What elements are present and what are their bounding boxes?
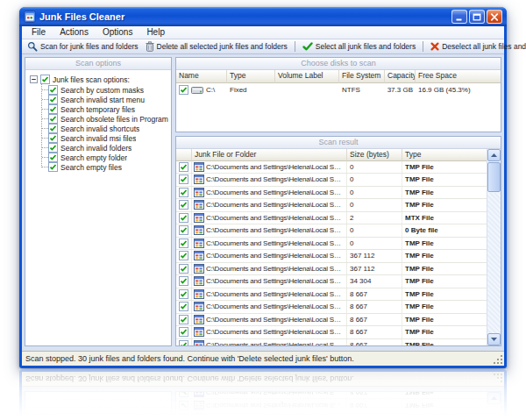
window-reflection: Junk Files Cleaner File Actions Options … (19, 369, 507, 420)
close-icon (490, 13, 499, 21)
menu-options[interactable]: Options (96, 26, 139, 39)
scan-result-row[interactable]: C:\Documents and Settings\Helena\Local S… (176, 326, 487, 339)
checkbox-checked-icon[interactable] (48, 143, 58, 153)
scrollbar-thumb[interactable] (487, 162, 501, 192)
scan-option-item[interactable]: Search obsolete files in Program files (39, 114, 169, 124)
select-all-label: Select all junk files and folders (316, 42, 416, 51)
scan-option-item[interactable]: Search invalid start menu (39, 95, 169, 104)
scan-option-item[interactable]: Search empty files (39, 162, 169, 172)
scan-result-row[interactable]: C:\Documents and Settings\Helena\Local S… (176, 187, 487, 200)
close-button[interactable] (487, 10, 502, 24)
scan-result-row[interactable]: C:\Documents and Settings\Helena\Local S… (176, 339, 487, 345)
row-checkbox[interactable] (179, 302, 188, 311)
scan-result-row[interactable]: C:\Documents and Settings\Helena\Local S… (176, 301, 487, 314)
scan-result-row[interactable]: C:\Documents and Settings\Helena\Local S… (176, 238, 487, 251)
junk-file-type: TMP File (402, 199, 487, 211)
junk-file-icon (194, 174, 204, 184)
row-checkbox[interactable] (179, 238, 188, 248)
junk-file-path: C:\Documents and Settings\Helena\Local S… (206, 277, 345, 285)
scan-result-row[interactable]: C:\Documents and Settings\Helena\Local S… (176, 174, 487, 187)
column-header-file-system[interactable]: File System (339, 70, 385, 83)
column-header-capacity[interactable]: Capacity (385, 70, 416, 83)
checkbox-checked-icon[interactable] (48, 162, 58, 172)
disk-checkbox[interactable] (179, 85, 188, 95)
scan-option-label: Search by custom masks (60, 86, 144, 95)
junk-file-size: 0 (347, 199, 402, 211)
scan-result-row[interactable]: C:\Documents and Settings\Helena\Local S… (176, 288, 487, 302)
menu-actions[interactable]: Actions (53, 26, 96, 39)
row-checkbox[interactable] (179, 200, 188, 210)
scan-result-row[interactable]: C:\Documents and Settings\Helena\Local S… (176, 224, 487, 238)
checkbox-checked-icon[interactable] (48, 133, 58, 143)
row-checkbox[interactable] (179, 264, 188, 274)
column-header-type[interactable]: Type (227, 70, 275, 83)
junk-file-path: C:\Documents and Settings\Helena\Local S… (206, 201, 345, 209)
scan-options-children: Search by custom masks Search invalid st… (39, 85, 169, 172)
scan-option-item[interactable]: Search invalid shortcuts (39, 124, 169, 133)
column-header-type[interactable]: Type (402, 149, 487, 161)
scroll-down-button[interactable] (487, 333, 501, 345)
scan-result-row[interactable]: C:\Documents and Settings\Helena\Local S… (176, 212, 487, 225)
row-checkbox[interactable] (179, 315, 188, 324)
row-checkbox[interactable] (179, 225, 188, 235)
scan-options-root-item[interactable]: Junk files scan options: (30, 74, 169, 85)
checkbox-checked-icon[interactable] (48, 114, 58, 124)
scrollbar-track[interactable] (487, 193, 501, 333)
scan-option-item[interactable]: Search temporary files (39, 104, 169, 114)
checkbox-checked-icon[interactable] (40, 75, 50, 84)
menu-bar: File Actions Options Help (22, 26, 504, 39)
column-header-size[interactable]: Size (bytes) (347, 149, 402, 161)
disk-row[interactable]: C:\ Fixed NTFS 37.3 GB 16.9 GB (45.3%) (176, 83, 501, 96)
scan-option-item[interactable]: Search invalid folders (39, 143, 169, 153)
row-checkbox[interactable] (179, 213, 188, 223)
scroll-up-button[interactable] (487, 149, 501, 161)
scan-result-row[interactable]: C:\Documents and Settings\Helena\Local S… (176, 275, 487, 288)
vertical-scrollbar[interactable] (487, 149, 501, 345)
scan-option-item[interactable]: Search empty folder (39, 153, 169, 162)
app-window: Junk Files Cleaner File Actions Options … (19, 7, 507, 368)
checkbox-checked-icon[interactable] (48, 124, 58, 133)
column-header-checkbox[interactable] (176, 149, 192, 161)
collapse-expander-icon[interactable] (30, 75, 38, 83)
scan-result-row[interactable]: C:\Documents and Settings\Helena\Local S… (176, 263, 487, 276)
checkbox-checked-icon[interactable] (48, 153, 58, 162)
column-header-free-space[interactable]: Free Space (416, 70, 501, 83)
junk-file-icon (194, 289, 204, 299)
row-checkbox[interactable] (179, 174, 188, 184)
column-header-volume-label[interactable]: Volume Label (275, 70, 339, 83)
scan-result-row[interactable]: C:\Documents and Settings\Helena\Local S… (176, 250, 487, 263)
checkbox-checked-icon[interactable] (48, 85, 58, 95)
select-all-button[interactable]: Select all junk files and folders (300, 41, 418, 52)
column-header-junk-file[interactable]: Junk File or Folder (192, 149, 347, 161)
resize-grip[interactable] (493, 354, 503, 365)
title-bar[interactable]: Junk Files Cleaner (19, 7, 507, 26)
checkbox-checked-icon[interactable] (48, 95, 58, 104)
row-checkbox[interactable] (179, 289, 188, 299)
minimize-button[interactable] (451, 10, 467, 24)
delete-button[interactable]: Delete all selected junk files and folde… (143, 40, 290, 53)
row-checkbox[interactable] (179, 276, 188, 286)
row-checkbox[interactable] (179, 327, 188, 337)
deselect-all-button[interactable]: Deselect all junk files and folders (428, 41, 526, 52)
menu-help[interactable]: Help (139, 26, 172, 39)
checkbox-checked-icon[interactable] (48, 104, 58, 114)
scan-result-row[interactable]: C:\Documents and Settings\Helena\Local S… (176, 199, 487, 212)
maximize-button[interactable] (469, 10, 485, 24)
scan-option-item[interactable]: Search invalid msi files (39, 133, 169, 143)
scan-result-row[interactable]: C:\Documents and Settings\Helena\Local S… (176, 161, 487, 174)
row-checkbox[interactable] (179, 251, 188, 260)
scan-option-label: Search invalid msi files (60, 134, 136, 143)
scan-option-item[interactable]: Search by custom masks (39, 85, 169, 95)
scan-result-row[interactable]: C:\Documents and Settings\Helena\Local S… (176, 314, 487, 327)
disk-name-cell: C:\ (176, 83, 227, 96)
menu-file[interactable]: File (25, 26, 53, 39)
row-checkbox[interactable] (179, 162, 188, 172)
scan-results-header: Scan result (176, 137, 501, 149)
row-checkbox[interactable] (179, 188, 188, 197)
junk-file-size: 0 (347, 224, 402, 237)
row-checkbox[interactable] (179, 340, 188, 345)
column-header-name[interactable]: Name (176, 70, 227, 83)
scan-button[interactable]: Scan for junk files and folders (25, 40, 141, 53)
junk-file-path: C:\Documents and Settings\Helena\Local S… (206, 328, 345, 336)
scan-options-header: Scan options (25, 58, 171, 70)
